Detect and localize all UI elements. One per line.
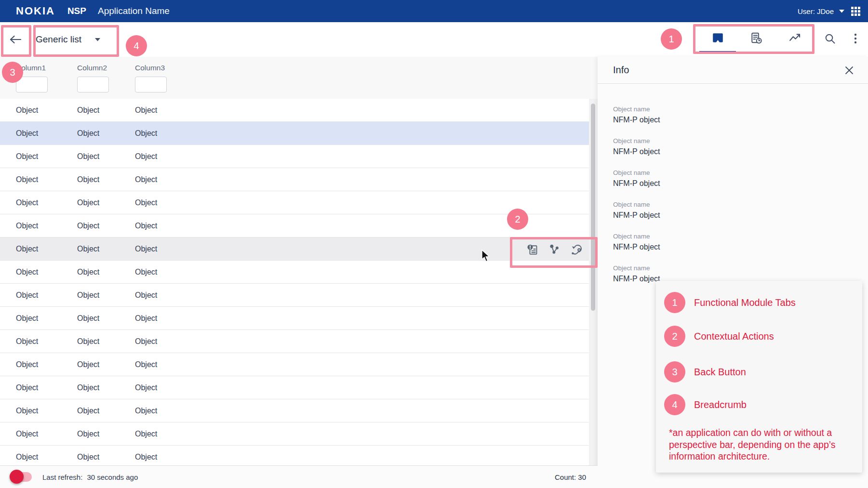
filter-input-column2[interactable] bbox=[77, 77, 109, 92]
auto-refresh-toggle[interactable] bbox=[11, 472, 33, 482]
table-row[interactable]: Object Object Object bbox=[0, 330, 589, 353]
legend-number-badge: 4 bbox=[664, 394, 685, 415]
last-refresh-label: Last refresh: bbox=[42, 473, 82, 481]
table-row[interactable]: Object Object Object bbox=[0, 191, 589, 214]
column-header-2: Column2 bbox=[77, 57, 135, 72]
table-row[interactable]: Object Object Object bbox=[0, 376, 589, 399]
filter-input-column3[interactable] bbox=[135, 77, 167, 92]
table-cell: Object bbox=[16, 314, 77, 323]
table-cell: Object bbox=[16, 291, 77, 300]
table-cell: Object bbox=[77, 337, 135, 346]
table-row[interactable]: Object Object Object bbox=[0, 214, 589, 237]
table-row[interactable]: Object Object Object bbox=[0, 145, 589, 168]
user-label: User: JDoe bbox=[798, 7, 834, 15]
contextual-actions bbox=[524, 237, 584, 261]
app-header-bar: NOKIA NSP Application Name User: JDoe bbox=[0, 0, 868, 22]
nokia-logo: NOKIA bbox=[16, 5, 55, 17]
table-row[interactable]: Object Object Object bbox=[0, 168, 589, 191]
table-cell: Object bbox=[16, 430, 77, 438]
table-cell: Object bbox=[135, 222, 589, 230]
toolbar: Generic list bbox=[0, 22, 868, 57]
back-button[interactable] bbox=[6, 32, 25, 47]
nsp-product-label: NSP bbox=[67, 6, 86, 16]
close-x-icon bbox=[845, 66, 854, 75]
table-cell: Object bbox=[77, 245, 135, 253]
column-header-3: Column3 bbox=[135, 57, 598, 72]
info-field-value: NFM-P object bbox=[613, 115, 868, 125]
info-field-value: NFM-P object bbox=[613, 147, 868, 157]
table-cell: Object bbox=[77, 383, 135, 392]
info-field: Object name NFM-P object bbox=[613, 106, 868, 125]
legend-number-badge: 3 bbox=[664, 361, 685, 382]
tab-trend[interactable] bbox=[775, 22, 814, 54]
table-row[interactable]: Object Object Object bbox=[0, 399, 589, 422]
table-cell: Object bbox=[16, 383, 77, 392]
table-row[interactable]: Object Object Object bbox=[0, 261, 589, 284]
table-cell: Object bbox=[135, 198, 589, 207]
info-field: Object name NFM-P object bbox=[613, 169, 868, 188]
table-cell: Object bbox=[16, 222, 77, 230]
apps-grid-icon[interactable] bbox=[851, 7, 860, 16]
close-button[interactable] bbox=[842, 63, 856, 78]
breadcrumb[interactable]: Generic list bbox=[36, 32, 100, 47]
info-field-label: Object name bbox=[613, 137, 868, 145]
resync-action-icon bbox=[570, 243, 583, 256]
table-row[interactable]: Object Object Object bbox=[0, 122, 589, 145]
legend-number-badge: 2 bbox=[664, 326, 685, 347]
table-row[interactable]: Object Object Object bbox=[0, 284, 589, 307]
object-details-action[interactable] bbox=[524, 241, 540, 257]
table-row[interactable]: Object Object Object bbox=[0, 353, 589, 376]
caret-down-icon bbox=[95, 38, 100, 41]
table-cell: Object bbox=[16, 129, 77, 138]
table-row[interactable]: Object Object Object bbox=[0, 237, 589, 261]
info-field-value: NFM-P object bbox=[613, 242, 868, 252]
info-field: Object name NFM-P object bbox=[613, 137, 868, 157]
info-panel-title: Info bbox=[613, 65, 629, 76]
info-field-label: Object name bbox=[613, 201, 868, 209]
table-cell: Object bbox=[135, 360, 589, 369]
table-row[interactable]: Object Object Object bbox=[0, 99, 589, 122]
row-count: Count: 30 bbox=[555, 473, 586, 481]
scrollbar-thumb[interactable] bbox=[591, 104, 595, 311]
topology-action-icon bbox=[548, 243, 561, 256]
info-fields: Object name NFM-P object Object name NFM… bbox=[598, 84, 868, 284]
table-cell: Object bbox=[16, 337, 77, 346]
table-cell: Object bbox=[77, 268, 135, 277]
table-cell: Object bbox=[77, 129, 135, 138]
table-cell: Object bbox=[77, 314, 135, 323]
functional-module-tabs bbox=[698, 22, 814, 54]
table-cell: Object bbox=[16, 198, 77, 207]
table-cell: Object bbox=[16, 245, 77, 253]
table-cell: Object bbox=[16, 106, 77, 115]
topology-action[interactable] bbox=[547, 241, 562, 257]
last-refresh-value: 30 seconds ago bbox=[87, 473, 138, 481]
legend-item: 3 Back Button bbox=[664, 361, 746, 382]
legend-item-label: Functional Module Tabs bbox=[694, 297, 796, 308]
info-field: Object name NFM-P object bbox=[613, 201, 868, 220]
table-row[interactable]: Object Object Object bbox=[0, 422, 589, 446]
table-cell: Object bbox=[77, 453, 135, 462]
user-menu[interactable]: User: JDoe bbox=[798, 7, 844, 15]
search-button[interactable] bbox=[822, 30, 838, 47]
table-cell: Object bbox=[77, 198, 135, 207]
magnifier-icon bbox=[824, 33, 836, 44]
table-cell: Object bbox=[135, 383, 589, 392]
table-cell: Object bbox=[77, 407, 135, 415]
tab-dashboard[interactable] bbox=[698, 22, 737, 54]
overflow-menu-button[interactable] bbox=[847, 30, 864, 47]
resync-action[interactable] bbox=[569, 241, 584, 257]
table-cell: Object bbox=[135, 245, 589, 253]
toggle-knob bbox=[10, 470, 24, 484]
tab-log-report[interactable] bbox=[737, 22, 775, 54]
filter-input-column1[interactable] bbox=[16, 77, 48, 92]
table-cell: Object bbox=[135, 106, 589, 115]
table-cell: Object bbox=[135, 291, 589, 300]
table-row[interactable]: Object Object Object bbox=[0, 307, 589, 330]
table-cell: Object bbox=[16, 268, 77, 277]
info-field-label: Object name bbox=[613, 264, 868, 272]
vertical-scrollbar[interactable] bbox=[589, 99, 598, 465]
dashboard-icon bbox=[711, 32, 724, 44]
legend-note: *an application can do with or without a… bbox=[669, 427, 846, 462]
table-cell: Object bbox=[135, 337, 589, 346]
list-footer: Last refresh: 30 seconds ago Count: 30 bbox=[0, 465, 598, 488]
